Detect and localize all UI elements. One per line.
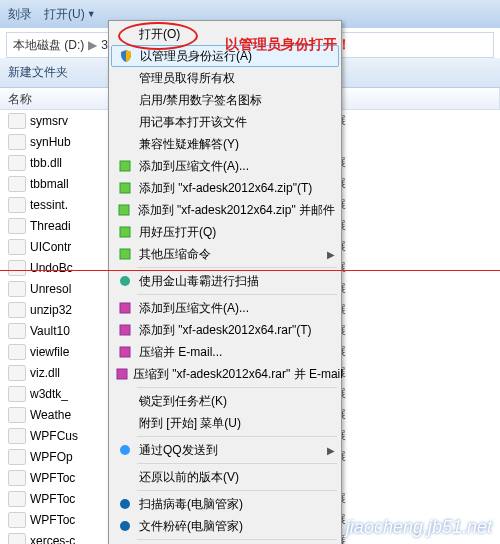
svg-point-10	[120, 445, 130, 455]
menu-item[interactable]: 添加到压缩文件(A)...	[111, 155, 339, 177]
chevron-right-icon: ▶	[88, 38, 97, 52]
open-dropdown[interactable]: 打开(U)	[44, 6, 85, 23]
menu-icon	[115, 469, 135, 485]
menu-icon	[115, 442, 135, 458]
submenu-arrow-icon: ▶	[327, 249, 335, 260]
crumb-drive[interactable]: 本地磁盘 (D:)	[13, 37, 84, 54]
menu-icon	[115, 393, 135, 409]
menu-item[interactable]: 其他压缩命令▶	[111, 243, 339, 265]
file-icon	[8, 533, 26, 545]
file-icon	[8, 302, 26, 318]
file-icon	[8, 176, 26, 192]
file-icon	[8, 512, 26, 528]
menu-icon	[115, 518, 135, 534]
annotation-line	[0, 270, 500, 271]
file-icon	[8, 197, 26, 213]
file-icon	[8, 134, 26, 150]
menu-item[interactable]: 压缩并 E-mail...	[111, 341, 339, 363]
menu-icon	[115, 158, 135, 174]
file-icon	[8, 323, 26, 339]
menu-icon	[115, 366, 129, 382]
menu-icon	[115, 114, 135, 130]
svg-rect-9	[117, 369, 127, 379]
menu-icon	[115, 202, 134, 218]
menu-item[interactable]: 锁定到任务栏(K)	[111, 390, 339, 412]
menu-label: 其他压缩命令	[135, 246, 327, 263]
menu-separator	[137, 267, 337, 268]
menu-label: 锁定到任务栏(K)	[135, 393, 335, 410]
menu-label: 通过QQ发送到	[135, 442, 327, 459]
menu-item[interactable]: 用好压打开(Q)	[111, 221, 339, 243]
menu-item[interactable]: 添加到压缩文件(A)...	[111, 297, 339, 319]
menu-item[interactable]: 启用/禁用数字签名图标	[111, 89, 339, 111]
file-icon	[8, 239, 26, 255]
menu-label: 使用金山毒霸进行扫描	[135, 273, 335, 290]
menu-item[interactable]: 压缩到 "xf-adesk2012x64.rar" 并 E-mail	[111, 363, 339, 385]
file-icon	[8, 281, 26, 297]
menu-icon	[115, 300, 135, 316]
svg-rect-6	[120, 303, 130, 313]
menu-label: 用记事本打开该文件	[135, 114, 335, 131]
menu-icon	[116, 48, 136, 64]
context-menu: 打开(O)以管理员身份运行(A)管理员取得所有权启用/禁用数字签名图标用记事本打…	[108, 20, 342, 544]
menu-label: 文件粉碎(电脑管家)	[135, 518, 335, 535]
menu-item[interactable]: 管理员取得所有权	[111, 67, 339, 89]
menu-label: 还原以前的版本(V)	[135, 469, 335, 486]
menu-separator	[137, 294, 337, 295]
file-icon	[8, 386, 26, 402]
menu-separator	[137, 463, 337, 464]
menu-icon	[115, 224, 135, 240]
svg-rect-2	[119, 205, 129, 215]
file-icon	[8, 260, 26, 276]
menu-icon	[115, 180, 135, 196]
menu-item[interactable]: 用记事本打开该文件	[111, 111, 339, 133]
svg-rect-1	[120, 183, 130, 193]
menu-icon	[115, 344, 135, 360]
menu-label: 添加到 "xf-adesk2012x64.zip"(T)	[135, 180, 335, 197]
file-icon	[8, 155, 26, 171]
svg-point-5	[120, 276, 130, 286]
menu-item[interactable]: 添加到 "xf-adesk2012x64.rar"(T)	[111, 319, 339, 341]
chevron-down-icon: ▼	[87, 9, 96, 19]
menu-item[interactable]: 通过QQ发送到▶	[111, 439, 339, 461]
menu-label: 压缩并 E-mail...	[135, 344, 335, 361]
file-icon	[8, 491, 26, 507]
submenu-arrow-icon: ▶	[327, 445, 335, 456]
file-icon	[8, 113, 26, 129]
file-icon	[8, 470, 26, 486]
menu-item[interactable]: 兼容性疑难解答(Y)	[111, 133, 339, 155]
menu-item[interactable]: 添加到 "xf-adesk2012x64.zip"(T)	[111, 177, 339, 199]
menu-item[interactable]: 扫描病毒(电脑管家)	[111, 493, 339, 515]
file-icon	[8, 449, 26, 465]
menu-item[interactable]: 使用金山毒霸进行扫描	[111, 270, 339, 292]
file-icon	[8, 365, 26, 381]
menu-label: 添加到 "xf-adesk2012x64.zip" 并邮件	[134, 202, 335, 219]
menu-icon	[115, 273, 135, 289]
menu-icon	[115, 322, 135, 338]
svg-point-11	[120, 499, 130, 509]
menu-separator	[137, 490, 337, 491]
menu-label: 压缩到 "xf-adesk2012x64.rar" 并 E-mail	[129, 366, 343, 383]
menu-label: 扫描病毒(电脑管家)	[135, 496, 335, 513]
menu-item[interactable]: 还原以前的版本(V)	[111, 466, 339, 488]
menu-label: 添加到压缩文件(A)...	[135, 158, 335, 175]
menu-separator	[137, 436, 337, 437]
menu-icon	[115, 26, 135, 42]
burn-label[interactable]: 刻录	[8, 6, 32, 23]
menu-label: 用好压打开(Q)	[135, 224, 335, 241]
svg-rect-8	[120, 347, 130, 357]
menu-item[interactable]: 附到 [开始] 菜单(U)	[111, 412, 339, 434]
menu-icon	[115, 70, 135, 86]
watermark: jiaocheng.jb51.net	[346, 517, 492, 538]
svg-rect-0	[120, 161, 130, 171]
menu-icon	[115, 415, 135, 431]
svg-rect-3	[120, 227, 130, 237]
annotation-text: 以管理员身份打开！	[225, 36, 351, 54]
menu-icon	[115, 246, 135, 262]
menu-item[interactable]: 文件粉碎(电脑管家)	[111, 515, 339, 537]
menu-item[interactable]: 添加到 "xf-adesk2012x64.zip" 并邮件	[111, 199, 339, 221]
new-folder-button[interactable]: 新建文件夹	[8, 64, 68, 81]
svg-rect-7	[120, 325, 130, 335]
menu-icon	[115, 92, 135, 108]
menu-icon	[115, 496, 135, 512]
